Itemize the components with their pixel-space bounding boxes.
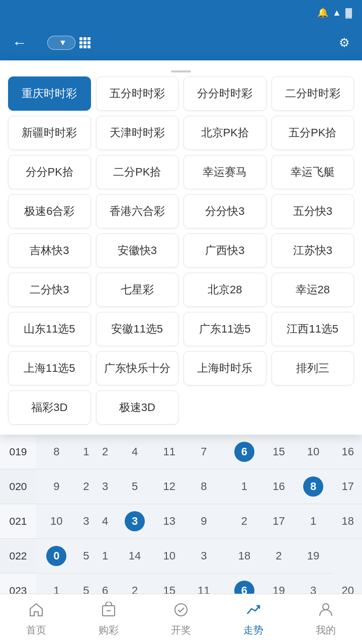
data-cell: 10 — [36, 504, 77, 539]
mine-nav-label: 我的 — [316, 623, 336, 637]
data-cell: 4 — [96, 504, 115, 539]
data-cell: 1 — [77, 435, 96, 469]
svg-point-3 — [323, 604, 329, 610]
svg-point-2 — [175, 604, 187, 616]
game-item-g31[interactable]: 上海时时乐 — [184, 351, 266, 385]
game-item-g30[interactable]: 广东快乐十分 — [96, 351, 179, 385]
game-item-g21[interactable]: 二分快3 — [8, 273, 91, 307]
data-cell: 0 — [36, 539, 77, 574]
data-cell: 15 — [264, 435, 293, 469]
game-item-g32[interactable]: 排列三 — [272, 351, 354, 385]
data-cell: 11 — [155, 435, 184, 469]
game-selector-panel: 重庆时时彩五分时时彩分分时时彩二分时时彩新疆时时彩天津时时彩北京PK拾五分PK拾… — [0, 60, 362, 435]
nav-item-mine[interactable]: 我的 — [290, 594, 362, 644]
data-cell: 5 — [77, 539, 96, 574]
data-cell: 1 — [96, 539, 115, 574]
caizong-button[interactable] — [79, 37, 94, 48]
back-button[interactable]: ← — [8, 32, 31, 53]
game-item-g17[interactable]: 吉林快3 — [8, 233, 91, 268]
game-item-g8[interactable]: 五分PK拾 — [272, 116, 354, 150]
game-item-g13[interactable]: 极速6合彩 — [8, 194, 91, 228]
wifi-icon: ▲ — [332, 8, 341, 18]
data-cell: 8 — [293, 469, 334, 504]
data-cell: 16 — [264, 469, 293, 504]
data-cell: 7 — [184, 435, 224, 469]
nav-item-results[interactable]: 开奖 — [145, 594, 217, 644]
data-cell: 3 — [184, 539, 224, 574]
data-cell: 9 — [184, 504, 224, 539]
lottery-nav-label: 购彩 — [99, 623, 119, 637]
game-item-g18[interactable]: 安徽快3 — [96, 233, 179, 268]
game-item-g20[interactable]: 江苏快3 — [272, 233, 354, 268]
data-cell: 13 — [155, 504, 184, 539]
game-item-g3[interactable]: 分分时时彩 — [184, 76, 266, 111]
game-item-g6[interactable]: 天津时时彩 — [96, 116, 179, 150]
data-cell: 17 — [333, 469, 362, 504]
game-item-g34[interactable]: 极速3D — [96, 390, 179, 425]
data-cell: 4 — [115, 435, 155, 469]
highlight-circle: 8 — [303, 476, 323, 497]
data-cell: 2 — [224, 504, 265, 539]
data-cell: 1 — [224, 469, 265, 504]
lottery-nav-icon — [101, 602, 117, 620]
data-cell: 19 — [293, 539, 334, 574]
game-item-g29[interactable]: 上海11选5 — [8, 351, 91, 385]
game-item-g10[interactable]: 二分PK拾 — [96, 155, 179, 189]
grid-icon — [79, 37, 90, 48]
bottom-nav: 首页购彩开奖走势我的 — [0, 594, 362, 644]
data-cell: 10 — [293, 435, 334, 469]
nav-item-trend[interactable]: 走势 — [217, 594, 290, 644]
game-item-g23[interactable]: 北京28 — [184, 273, 266, 307]
nav-item-lottery[interactable]: 购彩 — [72, 594, 145, 644]
dropdown-arrow-icon: ▼ — [59, 38, 67, 47]
data-cell: 12 — [155, 469, 184, 504]
header: ← ▼ ⚙ — [0, 25, 362, 60]
game-item-g28[interactable]: 江西11选5 — [272, 312, 354, 346]
alarm-icon: 🔔 — [317, 7, 328, 18]
game-item-g7[interactable]: 北京PK拾 — [184, 116, 266, 150]
period-cell: 022 — [0, 539, 36, 574]
gear-icon[interactable]: ⚙ — [339, 36, 350, 50]
data-cell: 2 — [77, 469, 96, 504]
game-item-g15[interactable]: 分分快3 — [184, 194, 266, 228]
game-item-g5[interactable]: 新疆时时彩 — [8, 116, 91, 150]
data-cell: 18 — [333, 504, 362, 539]
data-cell: 6 — [224, 435, 265, 469]
period-cell: 020 — [0, 469, 36, 504]
data-cell: 3 — [96, 469, 115, 504]
data-cell: 10 — [155, 539, 184, 574]
trend-nav-icon — [245, 602, 261, 620]
game-item-g4[interactable]: 二分时时彩 — [272, 76, 354, 111]
period-cell: 019 — [0, 435, 36, 469]
game-item-g2[interactable]: 五分时时彩 — [96, 76, 179, 111]
game-item-g16[interactable]: 五分快3 — [272, 194, 354, 228]
game-item-g26[interactable]: 安徽11选5 — [96, 312, 179, 346]
highlight-circle: 0 — [46, 546, 66, 566]
game-item-g11[interactable]: 幸运赛马 — [184, 155, 266, 189]
game-item-g14[interactable]: 香港六合彩 — [96, 194, 179, 228]
game-item-g1[interactable]: 重庆时时彩 — [8, 76, 91, 111]
header-right: ⚙ — [339, 36, 354, 50]
nav-item-home[interactable]: 首页 — [0, 594, 72, 644]
mine-nav-icon — [318, 602, 334, 620]
data-cell: 16 — [333, 435, 362, 469]
results-nav-label: 开奖 — [171, 623, 191, 637]
dropdown-button[interactable]: ▼ — [47, 36, 75, 50]
period-cell: 021 — [0, 504, 36, 539]
data-cell: 17 — [264, 504, 293, 539]
results-nav-icon — [173, 602, 189, 620]
highlight-circle: 6 — [234, 442, 254, 462]
status-bar: 🔔 ▲ ▓ — [0, 0, 362, 25]
game-item-g27[interactable]: 广东11选5 — [184, 312, 266, 346]
game-item-g12[interactable]: 幸运飞艇 — [272, 155, 354, 189]
trend-nav-label: 走势 — [243, 623, 263, 637]
game-item-g19[interactable]: 广西快3 — [184, 233, 266, 268]
header-center: ▼ — [43, 36, 333, 50]
game-item-g9[interactable]: 分分PK拾 — [8, 155, 91, 189]
game-item-g33[interactable]: 福彩3D — [8, 390, 91, 425]
battery-icon: ▓ — [345, 8, 352, 18]
game-item-g22[interactable]: 七星彩 — [96, 273, 179, 307]
game-item-g25[interactable]: 山东11选5 — [8, 312, 91, 346]
data-cell: 1 — [293, 504, 334, 539]
game-item-g24[interactable]: 幸运28 — [272, 273, 354, 307]
